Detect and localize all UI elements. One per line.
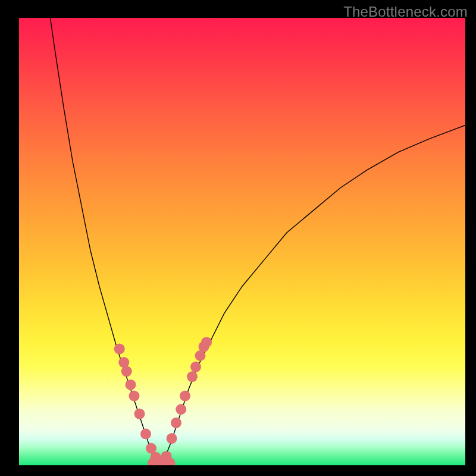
marker-right [167,433,177,444]
curve-left [51,18,162,465]
marker-left [121,366,132,377]
chart-frame: TheBottleneck.com [0,0,476,476]
marker-left [114,343,125,354]
plot-area [19,18,465,465]
curve-right [162,125,465,465]
chart-svg [19,18,465,465]
watermark-text: TheBottleneck.com [343,4,468,20]
marker-right [180,390,190,401]
marker-left [140,428,151,439]
marker-right [171,418,181,428]
marker-right [190,362,201,372]
marker-right [176,404,186,415]
marker-left [134,409,145,419]
marker-left [126,380,136,390]
marker-right [201,337,212,347]
marker-left [129,390,140,401]
marker-right [187,371,198,382]
